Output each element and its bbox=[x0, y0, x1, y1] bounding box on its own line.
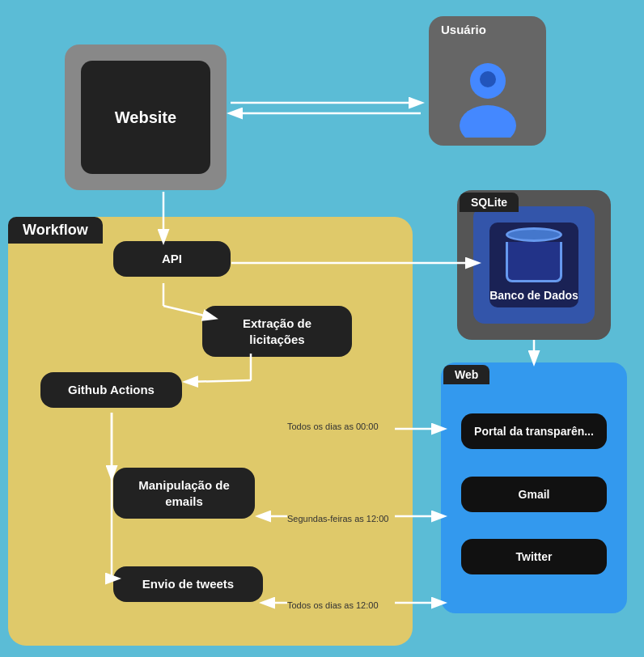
website-card: Website bbox=[65, 45, 227, 190]
sqlite-inner: Banco de Dados bbox=[473, 206, 595, 324]
db-top bbox=[506, 227, 562, 242]
web-card: Portal da transparên... Gmail Twitter bbox=[441, 362, 627, 613]
api-node: API bbox=[113, 241, 231, 277]
user-icon bbox=[451, 57, 524, 138]
workflow-label: Workflow bbox=[8, 217, 103, 244]
twitter-node: Twitter bbox=[461, 539, 607, 574]
tweets-schedule: Todos os dias as 12:00 bbox=[287, 600, 379, 610]
svg-point-2 bbox=[460, 105, 516, 138]
website-label: Website bbox=[115, 108, 176, 127]
sqlite-db-inner: Banco de Dados bbox=[489, 223, 578, 307]
sqlite-card: Banco de Dados bbox=[457, 190, 611, 340]
banco-label: Banco de Dados bbox=[489, 289, 578, 303]
usuario-label: Usuário bbox=[441, 23, 486, 36]
github-node: Github Actions bbox=[40, 372, 182, 408]
extracao-node: Extração de licitações bbox=[202, 306, 352, 357]
portal-node: Portal da transparên... bbox=[461, 413, 607, 449]
db-body bbox=[506, 242, 562, 282]
sqlite-label: SQLite bbox=[460, 193, 519, 212]
website-inner: Website bbox=[81, 61, 210, 174]
tweets-node: Envio de tweets bbox=[113, 566, 263, 602]
svg-point-1 bbox=[480, 71, 496, 87]
manipulacao-schedule: Segundas-feiras as 12:00 bbox=[287, 514, 388, 523]
extracao-schedule: Todos os dias as 00:00 bbox=[287, 422, 379, 431]
database-cylinder bbox=[506, 227, 562, 282]
web-label: Web bbox=[443, 365, 489, 384]
gmail-node: Gmail bbox=[461, 477, 607, 512]
manipulacao-node: Manipulação de emails bbox=[113, 468, 255, 519]
